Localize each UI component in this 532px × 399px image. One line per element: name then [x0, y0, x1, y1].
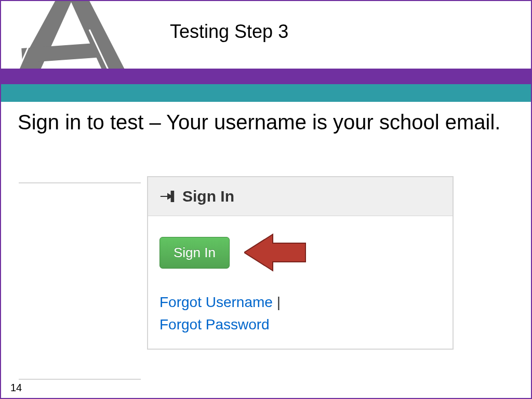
- sign-in-button[interactable]: Sign In: [159, 237, 230, 269]
- svg-marker-7: [244, 234, 305, 271]
- logo: [1, 1, 152, 69]
- slide-title: Testing Step 3: [170, 21, 288, 43]
- button-row: Sign In: [159, 232, 441, 273]
- signin-screenshot: Sign In Sign In Forgot Username | Forgot…: [19, 176, 455, 381]
- page-number: 14: [10, 382, 22, 394]
- instruction-text: Sign in to test – Your username is your …: [18, 110, 506, 135]
- screenshot-left-gutter: [19, 182, 141, 380]
- panel-body: Sign In Forgot Username | Forgot Passwor…: [148, 216, 453, 349]
- forgot-links: Forgot Username | Forgot Password: [159, 291, 441, 336]
- panel-heading: Sign In: [182, 188, 234, 205]
- forgot-password-link[interactable]: Forgot Password: [159, 316, 270, 332]
- enter-arrow-icon: [159, 190, 175, 203]
- accent-bar-teal: [1, 84, 531, 102]
- panel-header: Sign In: [148, 177, 453, 216]
- logo-a-icon: [1, 1, 152, 69]
- header: Testing Step 3: [1, 1, 531, 69]
- link-separator: |: [273, 294, 281, 310]
- slide: Testing Step 3 Sign in to test – Your us…: [0, 0, 532, 399]
- forgot-username-link[interactable]: Forgot Username: [159, 294, 273, 310]
- svg-rect-6: [171, 191, 175, 202]
- accent-bar-purple: [1, 69, 531, 84]
- callout-arrow-icon: [244, 232, 307, 273]
- signin-panel: Sign In Sign In Forgot Username | Forgot…: [147, 176, 454, 350]
